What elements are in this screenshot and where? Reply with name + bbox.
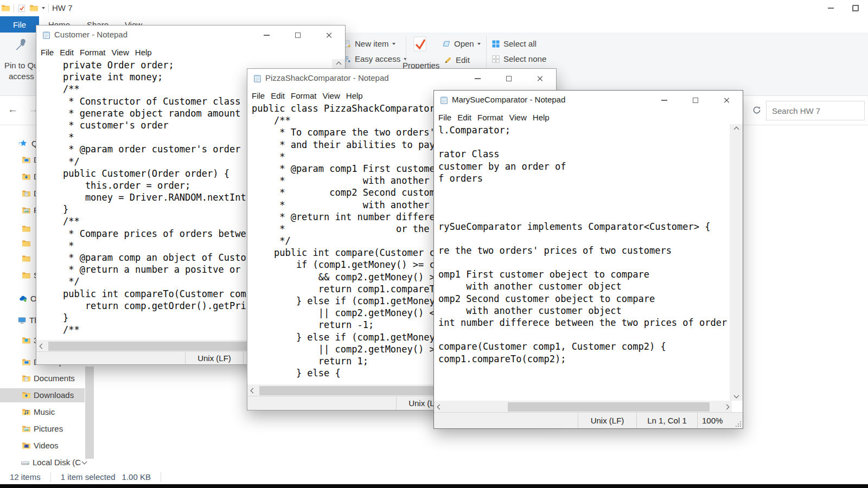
menu-item[interactable]: File (41, 48, 59, 57)
edit-label: Edit (456, 55, 470, 65)
menu-item[interactable]: View (112, 48, 134, 57)
explorer-titlebar[interactable]: HW 7 (0, 0, 868, 16)
back-button[interactable]: ← (8, 104, 18, 115)
code-line: customer by an order of (438, 160, 730, 172)
new-item-button[interactable]: New item (343, 39, 395, 48)
refresh-icon[interactable] (752, 105, 762, 115)
search-box (766, 101, 865, 120)
scroll-left-icon[interactable] (247, 384, 258, 397)
pin-to-quick-access-button-line2: access (9, 72, 34, 81)
sidebar-item-local-disk-c[interactable]: Local Disk (C (0, 455, 85, 470)
menu-item[interactable]: Help (135, 48, 157, 57)
pizzashack-titlebar[interactable]: PizzaShackComparator - Notepad (247, 69, 556, 88)
close-button[interactable] (711, 91, 743, 110)
code-line: f orders (438, 172, 730, 184)
maximize-button[interactable] (282, 25, 314, 45)
open-icon (442, 39, 451, 48)
menu-item[interactable]: Edit (457, 113, 476, 122)
close-button[interactable] (314, 25, 345, 45)
marysue-vertical-scrollbar[interactable] (730, 124, 743, 401)
easy-access-label: Easy access (355, 54, 400, 63)
resize-grip-icon[interactable] (735, 421, 742, 427)
maximize-button[interactable] (493, 69, 525, 88)
select-all-button[interactable]: Select all (492, 39, 537, 48)
customize-qat-caret-icon[interactable] (42, 7, 45, 9)
code-line: compare(Customer comp1, Customer comp2) … (438, 341, 730, 352)
minimize-icon (828, 8, 834, 9)
properties-check-icon (412, 36, 427, 52)
explorer-restore-button[interactable] (843, 0, 868, 16)
scrollbar-thumb[interactable] (508, 402, 710, 412)
marysue-window-controls (648, 91, 743, 110)
code-line: comp1.compareTo(comp2); (438, 353, 730, 365)
scroll-right-icon[interactable] (721, 401, 732, 413)
marysue-window-title: MarySueComparator - Notepad (452, 95, 565, 104)
minimize-button[interactable] (648, 91, 680, 110)
edit-pencil-icon (444, 56, 452, 65)
sidebar-item-downloads[interactable]: Downloads (0, 388, 85, 402)
scroll-left-icon[interactable] (434, 401, 445, 413)
minimize-button[interactable] (462, 69, 493, 88)
customer-menubar: FileEditFormatViewHelp (36, 45, 345, 59)
select-none-button[interactable]: Select none (492, 54, 546, 63)
code-line: int number differece between the two pri… (438, 317, 730, 329)
menu-item[interactable]: Help (346, 91, 368, 100)
code-line (438, 196, 730, 208)
explorer-minimize-button[interactable] (818, 0, 843, 16)
marysue-text-area[interactable]: l.Comparator;rator Classcustomer by an o… (434, 124, 730, 401)
selection-size: 1.00 KB (122, 472, 151, 481)
desktop: HW 7 File Home Share View Pin to Quick a… (0, 0, 868, 488)
menu-item[interactable]: File (438, 113, 456, 122)
menu-item[interactable]: Format (80, 48, 111, 57)
menu-item[interactable]: Format (477, 113, 508, 122)
marysue-titlebar[interactable]: MarySueComparator - Notepad (434, 91, 743, 110)
customer-window-controls (251, 25, 345, 45)
menu-item[interactable]: Help (533, 113, 554, 122)
menu-item[interactable]: Edit (60, 48, 79, 57)
sidebar-item-videos[interactable]: Videos (0, 439, 85, 453)
selection-count: 1 item selected (61, 472, 116, 481)
scroll-left-icon[interactable] (36, 340, 47, 352)
close-button[interactable] (525, 69, 556, 88)
scroll-up-icon[interactable] (733, 127, 739, 132)
menu-item[interactable]: View (323, 91, 345, 100)
notepad-icon (253, 74, 262, 83)
explorer-status-bar: 12 items 1 item selected 1.00 KB (0, 470, 868, 484)
code-line: rator Class (438, 148, 730, 160)
open-button[interactable]: Open (442, 39, 481, 48)
code-line: rySueComparator implements Comparator<Cu… (438, 221, 730, 233)
tab-file[interactable]: File (0, 16, 39, 33)
select-none-label: Select none (503, 54, 546, 63)
customer-window-title: Customer - Notepad (54, 30, 127, 39)
code-line: omp1 First customer obeject to compare (438, 268, 730, 280)
search-input[interactable] (767, 101, 864, 120)
marysue-menubar: FileEditFormatViewHelp (434, 110, 743, 124)
code-line: omp2 Second customer obeject to compare (438, 293, 730, 305)
zoom-level-indicator: 100% (697, 413, 732, 428)
easy-access-button[interactable]: Easy access (343, 54, 407, 63)
minimize-icon (661, 100, 667, 101)
menu-item[interactable]: Edit (271, 91, 290, 100)
nav-scrollbar[interactable] (85, 367, 94, 459)
sidebar-item-music[interactable]: Music (0, 405, 85, 419)
menu-item[interactable]: View (509, 113, 532, 122)
customer-titlebar[interactable]: Customer - Notepad (36, 25, 345, 45)
taskbar-strip (0, 484, 868, 488)
pizzashack-window-title: PizzaShackComparator - Notepad (265, 73, 389, 82)
minimize-button[interactable] (251, 25, 282, 45)
edit-button[interactable]: Edit (444, 55, 470, 65)
menu-item[interactable]: File (252, 91, 270, 100)
maximize-button[interactable] (680, 91, 711, 110)
divider (14, 4, 14, 12)
properties-qat-icon[interactable] (17, 4, 26, 12)
minimize-icon (264, 35, 270, 36)
marysue-status-bar: Unix (LF) Ln 1, Col 1 100% (434, 412, 743, 428)
marysue-horizontal-scrollbar[interactable] (434, 401, 732, 413)
scroll-down-icon[interactable] (733, 393, 739, 399)
sidebar-item-pictures[interactable]: Pictures (0, 422, 85, 436)
new-folder-qat-icon[interactable] (29, 3, 39, 12)
scroll-up-icon[interactable] (336, 62, 341, 67)
sidebar-item-documents[interactable]: Documents (0, 371, 85, 386)
explorer-window-controls (818, 0, 868, 16)
menu-item[interactable]: Format (291, 91, 322, 100)
